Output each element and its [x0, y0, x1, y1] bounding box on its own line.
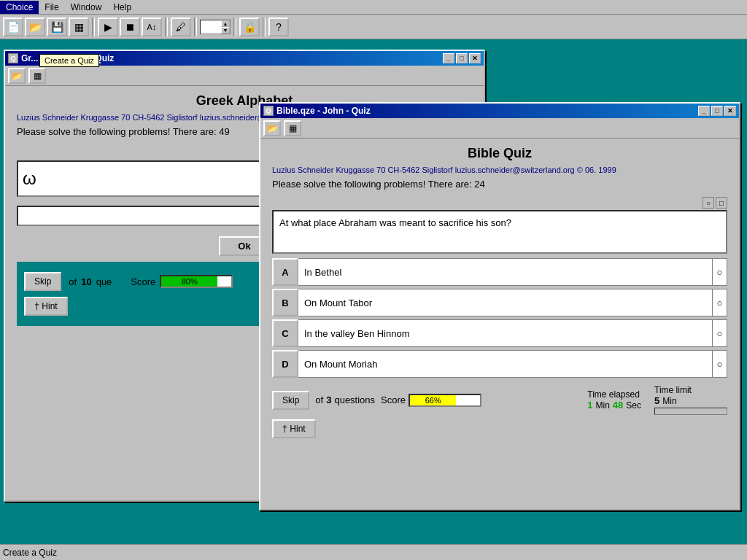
choice-a-radio[interactable]: ○ [713, 258, 727, 286]
choice-a-text: In Bethel [298, 258, 713, 286]
tool5[interactable]: 🖊 [171, 18, 191, 36]
statusbar-text: Create a Quiz [3, 548, 57, 558]
menu-file[interactable]: File [39, 1, 64, 14]
bible-time-min: 1 [587, 400, 592, 411]
bible-hint-button[interactable]: † Hint [272, 419, 316, 438]
help-btn[interactable]: ? [268, 18, 289, 36]
table-btn[interactable]: ▦ [69, 18, 89, 36]
greek-maximize-btn[interactable]: □ [456, 53, 468, 63]
bible-time-limit-label: Time limit [654, 385, 727, 395]
bible-window-icon: Q [263, 106, 274, 116]
bible-time-min-label: Min [596, 400, 610, 411]
greek-minimize-btn[interactable]: _ [443, 53, 454, 63]
bible-time-section: Time elapsed 1 Min 48 Sec [587, 389, 641, 411]
bible-time-sec: 48 [613, 400, 623, 411]
bible-question: At what place Abraham was meant to sacri… [272, 210, 727, 254]
bible-window-toolbar: 📂 ▦ [260, 118, 739, 139]
menu-choice[interactable]: Choice [0, 1, 39, 14]
greek-window-toolbar: 📂 ▦ [5, 66, 484, 86]
greek-of-label: of [69, 276, 77, 287]
greek-window-icon: Q [8, 53, 18, 63]
choice-row-d: D On Mount Moriah ○ [272, 350, 727, 378]
sep3 [194, 18, 197, 36]
greek-score-label: Score [131, 276, 155, 287]
bible-author: Luzius Schneider Kruggasse 70 CH-5462 Si… [272, 166, 727, 174]
choice-c-button[interactable]: C [272, 319, 298, 347]
bible-problem-count: Please solve the following problems! The… [272, 179, 727, 190]
choice-row-c: C In the valley Ben Hinnom ○ [272, 319, 727, 347]
bible-maximize-btn[interactable]: □ [711, 106, 723, 116]
new-btn[interactable]: 📄 [3, 18, 23, 36]
bible-content: Bible Quiz Luzius Schneider Kruggasse 70… [260, 139, 739, 441]
bible-of-label: of [315, 394, 323, 405]
greek-questions-label: que [96, 276, 112, 287]
bible-skip-button[interactable]: Skip [272, 391, 309, 410]
stop-btn[interactable]: ⏹ [120, 18, 140, 36]
bible-shrink-btn[interactable]: ○ [703, 197, 714, 209]
bible-expand-btn[interactable]: □ [716, 197, 727, 209]
greek-progress-bar: 80% [160, 275, 233, 288]
main-toolbar: 📄 📂 💾 ▦ ▶ ⏹ A↕ 🖊 5 ▲ ▼ 🔒 ? Create a Quiz [0, 15, 747, 39]
bible-progress-bar: 66% [409, 394, 481, 407]
spin-control[interactable]: 5 ▲ ▼ [200, 20, 231, 34]
lock-btn[interactable]: 🔒 [239, 18, 260, 36]
greek-close-btn[interactable]: ✕ [469, 53, 481, 63]
choice-a-button[interactable]: A [272, 258, 298, 286]
bible-score-label: Score [381, 394, 406, 405]
bible-progress-fill: 66% [410, 395, 456, 405]
sep4 [233, 18, 236, 36]
choice-d-radio[interactable]: ○ [713, 350, 727, 378]
bible-time-limit-section: Time limit 5 Min [654, 385, 727, 415]
bible-time-limit-unit: Min [662, 396, 676, 406]
choice-row-a: A In Bethel ○ [272, 258, 727, 286]
sep5 [263, 18, 266, 36]
choice-c-text: In the valley Ben Hinnom [298, 319, 713, 347]
greek-total: 10 [81, 276, 91, 287]
greek-open-btn[interactable]: 📂 [8, 68, 26, 84]
bible-total: 3 [326, 394, 331, 405]
choice-d-text: On Mount Moriah [298, 350, 713, 378]
bible-score-pct: 66% [425, 396, 441, 405]
open-btn[interactable]: 📂 [25, 18, 45, 36]
choice-d-button[interactable]: D [272, 350, 298, 378]
save-btn[interactable]: 💾 [47, 18, 67, 36]
choice-c-radio[interactable]: ○ [713, 319, 727, 347]
run-btn[interactable]: ▶ [98, 18, 118, 36]
spin-down[interactable]: ▼ [221, 27, 230, 34]
greek-symbol: ω [23, 168, 36, 189]
bible-window: Q Bible.qze - John - Quiz _ □ ✕ 📂 ▦ Bibl… [259, 102, 740, 510]
bible-window-title: Bible.qze - John - Quiz [276, 106, 371, 116]
bible-close-btn[interactable]: ✕ [724, 106, 736, 116]
bible-questions-label: questions [334, 394, 375, 405]
font-btn[interactable]: A↕ [142, 18, 162, 36]
sep2 [165, 18, 168, 36]
choice-b-button[interactable]: B [272, 289, 298, 316]
bible-choices: A In Bethel ○ B On Mount Tabor ○ C In th… [272, 258, 727, 378]
greek-progress-fill: 80% [161, 276, 217, 287]
menu-bar: Choice File Window Help [0, 0, 747, 15]
greek-skip-button[interactable]: Skip [24, 272, 61, 291]
choice-row-b: B On Mount Tabor ○ [272, 289, 727, 316]
tooltip: Create a Quiz [39, 54, 99, 67]
bible-minimize-btn[interactable]: _ [698, 106, 710, 116]
greek-grid-btn[interactable]: ▦ [28, 68, 46, 84]
bible-time-limit-val: 5 [654, 395, 659, 406]
spin-input[interactable]: 5 [201, 20, 221, 34]
bible-main-title: Bible Quiz [272, 146, 727, 161]
bible-time-elapsed-label: Time elapsed [587, 389, 641, 400]
menu-help[interactable]: Help [107, 1, 137, 14]
bible-grid-btn[interactable]: ▦ [284, 120, 301, 136]
bible-open-btn[interactable]: 📂 [263, 120, 281, 136]
choice-b-radio[interactable]: ○ [713, 289, 727, 316]
bible-question-text: At what place Abraham was meant to sacri… [279, 217, 511, 228]
bible-controls: Skip of 3 questions Score 66% Time elaps… [272, 385, 727, 415]
statusbar: Create a Quiz [0, 544, 747, 560]
bible-titlebar[interactable]: Q Bible.qze - John - Quiz _ □ ✕ [260, 104, 739, 118]
sep1 [92, 18, 95, 36]
greek-hint-button[interactable]: † Hint [24, 297, 68, 316]
menu-window[interactable]: Window [65, 1, 108, 14]
bible-time-sec-label: Sec [626, 400, 641, 411]
bible-time-limit-bar [654, 408, 727, 415]
spin-up[interactable]: ▲ [221, 20, 230, 27]
choice-b-text: On Mount Tabor [298, 289, 713, 316]
